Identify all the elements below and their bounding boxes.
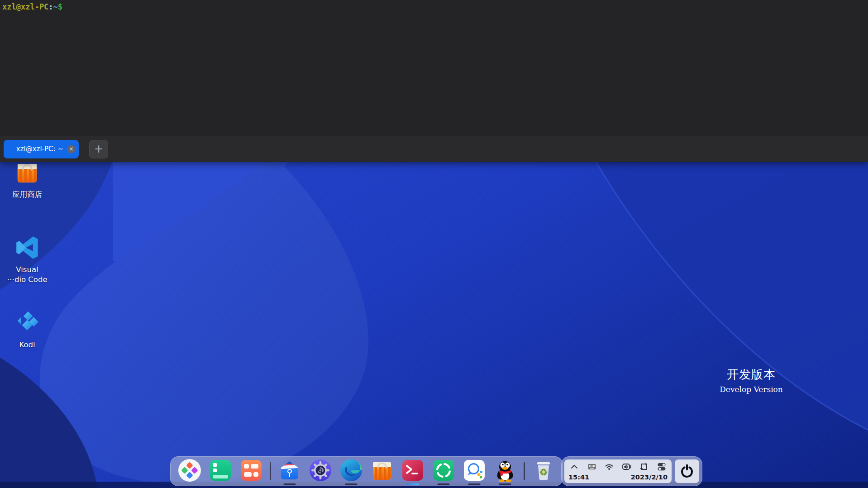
running-indicator (468, 483, 481, 485)
wecom-icon (462, 458, 486, 483)
prompt-symbol: $ (58, 2, 62, 11)
active-indicator (407, 483, 419, 485)
dock-item-trash[interactable]: ♻ (531, 457, 556, 486)
control-center-gear-icon (308, 458, 333, 483)
terminal-tab-bar: xzl@xzl-PC: ~ × + (0, 136, 868, 162)
dock-item-control-center[interactable] (308, 457, 333, 486)
system-tray-cluster: 15:41 2023/2/10 (561, 456, 702, 486)
terminal-content[interactable]: xzl@xzl-PC:~$ (0, 0, 868, 136)
develop-version-badge: 开发版本 Develop Version (718, 367, 785, 394)
dock-item-wecom[interactable] (462, 457, 486, 486)
recycle-glyph: ♻ (539, 467, 548, 478)
terminal-tab[interactable]: xzl@xzl-PC: ~ × (4, 140, 79, 158)
dock-separator (270, 462, 271, 480)
system-tray-panel: 15:41 2023/2/10 (564, 459, 672, 483)
terminal-prompt: xzl@xzl-PC:~$ (2, 2, 62, 11)
dock-item-edge-browser[interactable] (339, 457, 363, 486)
dock-item-launcher[interactable] (177, 457, 202, 486)
system-switches-icon[interactable] (657, 462, 667, 472)
edge-browser-icon (339, 458, 363, 483)
app-store-dock-icon (370, 458, 394, 483)
desktop-icon-app-store[interactable]: 应用商店 (0, 159, 54, 199)
dock-item-app-store[interactable] (370, 457, 394, 486)
wifi-icon[interactable] (604, 462, 614, 472)
desktop-icon-kodi[interactable]: Kodi (0, 311, 54, 349)
prompt-separator: : (48, 2, 53, 11)
dock-item-terminal[interactable] (401, 457, 425, 486)
desktop-icon-label-line2: ⋯dio Code (7, 275, 47, 284)
dock-separator (524, 462, 525, 480)
desktop-icon-label: 应用商店 (12, 190, 42, 199)
terminal-tab-label: xzl@xzl-PC: ~ (16, 145, 63, 153)
keyboard-layout-icon[interactable] (587, 462, 597, 472)
develop-version-title: 开发版本 (718, 367, 785, 383)
power-icon (679, 463, 695, 479)
qq-icon (493, 458, 517, 483)
dock-item-qq[interactable] (493, 457, 517, 486)
dock-item-app-updater[interactable] (431, 457, 456, 486)
tray-datetime-row[interactable]: 15:41 2023/2/10 (568, 472, 668, 482)
tray-icons-row (568, 461, 668, 472)
new-tab-button[interactable]: + (89, 140, 108, 158)
prompt-user-host: xzl@xzl-PC (2, 2, 48, 11)
vscode-icon (14, 234, 40, 261)
volume-icon[interactable] (622, 462, 632, 472)
desktop-icon-label-line1: Visual (16, 265, 38, 274)
dock-item-multitasking-view[interactable] (208, 457, 233, 486)
desktop-icon-label: Kodi (19, 340, 35, 349)
terminal-dock-icon (401, 458, 425, 483)
multitasking-view-icon (208, 458, 233, 483)
tray-time: 15:41 (568, 474, 589, 481)
prompt-path: ~ (53, 2, 58, 11)
dock-item-file-manager[interactable] (277, 457, 302, 486)
collapse-arrow-icon[interactable] (569, 462, 579, 472)
screen-capture-icon[interactable] (639, 462, 649, 472)
tab-close-icon[interactable]: × (67, 145, 76, 153)
running-indicator (345, 483, 358, 485)
terminal-window: xzl@xzl-PC:~$ xzl@xzl-PC: ~ × + (0, 0, 868, 162)
file-manager-icon (277, 458, 302, 483)
running-indicator (438, 483, 450, 485)
tray-date: 2023/2/10 (631, 474, 668, 481)
desktop-screen: 应用商店 Visual ⋯dio Code Kodi 开发版本 (0, 0, 868, 488)
power-button[interactable] (675, 459, 699, 483)
dock-item-window-switcher[interactable] (239, 457, 263, 486)
launcher-icon (177, 458, 202, 483)
dock: ♻ (170, 456, 563, 486)
running-indicator (499, 483, 511, 485)
trash-icon: ♻ (531, 458, 556, 483)
running-indicator (284, 483, 296, 485)
window-switcher-icon (239, 458, 263, 483)
app-updater-icon (431, 458, 456, 483)
kodi-icon (14, 311, 40, 336)
develop-version-subtitle: Develop Version (718, 385, 785, 394)
app-store-icon (14, 159, 40, 186)
desktop-icon-vscode[interactable]: Visual ⋯dio Code (0, 234, 54, 284)
